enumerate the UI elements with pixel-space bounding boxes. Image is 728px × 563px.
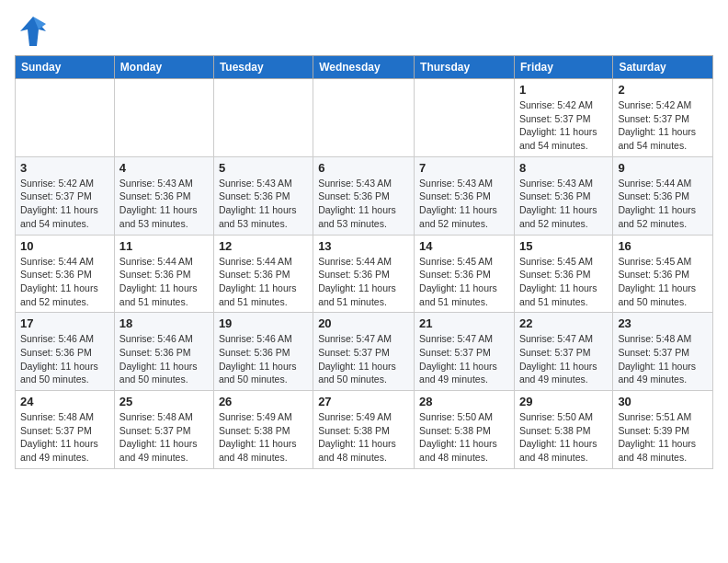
logo-bird-icon xyxy=(18,15,48,48)
calendar-cell xyxy=(415,79,515,157)
calendar-cell: 25Sunrise: 5:48 AM Sunset: 5:37 PM Dayli… xyxy=(114,391,213,469)
calendar-cell: 28Sunrise: 5:50 AM Sunset: 5:38 PM Dayli… xyxy=(415,391,515,469)
day-info: Sunrise: 5:46 AM Sunset: 5:36 PM Dayligh… xyxy=(20,332,109,386)
day-info: Sunrise: 5:47 AM Sunset: 5:37 PM Dayligh… xyxy=(419,332,509,386)
day-number: 14 xyxy=(419,239,509,253)
day-number: 5 xyxy=(219,161,308,175)
calendar-cell: 1Sunrise: 5:42 AM Sunset: 5:37 PM Daylig… xyxy=(514,79,612,157)
day-number: 28 xyxy=(419,395,509,408)
calendar-cell: 3Sunrise: 5:42 AM Sunset: 5:37 PM Daylig… xyxy=(16,156,115,235)
day-info: Sunrise: 5:44 AM Sunset: 5:36 PM Dayligh… xyxy=(20,255,109,309)
day-info: Sunrise: 5:49 AM Sunset: 5:38 PM Dayligh… xyxy=(318,410,409,465)
day-number: 19 xyxy=(219,316,308,330)
day-header-sunday: Sunday xyxy=(16,56,115,79)
day-info: Sunrise: 5:50 AM Sunset: 5:38 PM Dayligh… xyxy=(419,410,509,465)
svg-marker-0 xyxy=(20,17,46,46)
day-info: Sunrise: 5:44 AM Sunset: 5:36 PM Dayligh… xyxy=(219,255,308,309)
calendar-cell: 26Sunrise: 5:49 AM Sunset: 5:38 PM Dayli… xyxy=(213,391,313,469)
day-number: 21 xyxy=(419,316,509,330)
calendar-cell: 5Sunrise: 5:43 AM Sunset: 5:36 PM Daylig… xyxy=(213,156,313,235)
calendar-cell: 2Sunrise: 5:42 AM Sunset: 5:37 PM Daylig… xyxy=(613,79,713,157)
day-number: 12 xyxy=(219,239,308,253)
day-number: 11 xyxy=(119,239,209,253)
day-info: Sunrise: 5:51 AM Sunset: 5:39 PM Dayligh… xyxy=(618,410,708,465)
day-info: Sunrise: 5:48 AM Sunset: 5:37 PM Dayligh… xyxy=(119,410,209,465)
calendar-week-4: 17Sunrise: 5:46 AM Sunset: 5:36 PM Dayli… xyxy=(16,313,713,391)
day-info: Sunrise: 5:42 AM Sunset: 5:37 PM Dayligh… xyxy=(618,98,708,153)
day-info: Sunrise: 5:43 AM Sunset: 5:36 PM Dayligh… xyxy=(519,177,608,231)
calendar-cell: 7Sunrise: 5:43 AM Sunset: 5:36 PM Daylig… xyxy=(415,156,515,235)
day-number: 22 xyxy=(519,316,608,330)
day-number: 30 xyxy=(618,395,708,408)
day-info: Sunrise: 5:44 AM Sunset: 5:36 PM Dayligh… xyxy=(318,255,409,309)
day-number: 29 xyxy=(519,395,608,408)
calendar-cell: 4Sunrise: 5:43 AM Sunset: 5:36 PM Daylig… xyxy=(114,156,213,235)
calendar-cell: 16Sunrise: 5:45 AM Sunset: 5:36 PM Dayli… xyxy=(613,235,713,313)
calendar-cell: 22Sunrise: 5:47 AM Sunset: 5:37 PM Dayli… xyxy=(514,313,612,391)
day-info: Sunrise: 5:44 AM Sunset: 5:36 PM Dayligh… xyxy=(119,255,209,309)
day-info: Sunrise: 5:48 AM Sunset: 5:37 PM Dayligh… xyxy=(618,332,708,386)
day-number: 24 xyxy=(20,395,109,408)
calendar-cell: 29Sunrise: 5:50 AM Sunset: 5:38 PM Dayli… xyxy=(514,391,612,469)
day-info: Sunrise: 5:43 AM Sunset: 5:36 PM Dayligh… xyxy=(119,177,209,231)
day-info: Sunrise: 5:42 AM Sunset: 5:37 PM Dayligh… xyxy=(20,177,109,231)
day-info: Sunrise: 5:50 AM Sunset: 5:38 PM Dayligh… xyxy=(519,410,608,465)
day-header-wednesday: Wednesday xyxy=(313,56,415,79)
calendar-cell: 19Sunrise: 5:46 AM Sunset: 5:36 PM Dayli… xyxy=(213,313,313,391)
calendar-cell: 17Sunrise: 5:46 AM Sunset: 5:36 PM Dayli… xyxy=(16,313,115,391)
calendar-cell: 18Sunrise: 5:46 AM Sunset: 5:36 PM Dayli… xyxy=(114,313,213,391)
day-info: Sunrise: 5:44 AM Sunset: 5:36 PM Dayligh… xyxy=(618,177,708,231)
calendar-week-5: 24Sunrise: 5:48 AM Sunset: 5:37 PM Dayli… xyxy=(16,391,713,469)
calendar-cell xyxy=(16,79,115,157)
day-info: Sunrise: 5:47 AM Sunset: 5:37 PM Dayligh… xyxy=(318,332,409,386)
day-info: Sunrise: 5:47 AM Sunset: 5:37 PM Dayligh… xyxy=(519,332,608,386)
calendar-cell: 14Sunrise: 5:45 AM Sunset: 5:36 PM Dayli… xyxy=(415,235,515,313)
calendar-cell xyxy=(213,79,313,157)
day-info: Sunrise: 5:46 AM Sunset: 5:36 PM Dayligh… xyxy=(119,332,209,386)
day-number: 17 xyxy=(20,316,109,330)
day-info: Sunrise: 5:43 AM Sunset: 5:36 PM Dayligh… xyxy=(419,177,509,231)
day-number: 3 xyxy=(20,161,109,175)
day-number: 23 xyxy=(618,316,708,330)
calendar-cell: 10Sunrise: 5:44 AM Sunset: 5:36 PM Dayli… xyxy=(16,235,115,313)
day-header-thursday: Thursday xyxy=(415,56,515,79)
day-number: 20 xyxy=(318,316,409,330)
calendar-cell: 9Sunrise: 5:44 AM Sunset: 5:36 PM Daylig… xyxy=(613,156,713,235)
day-number: 2 xyxy=(618,83,708,97)
day-header-tuesday: Tuesday xyxy=(213,56,313,79)
day-header-friday: Friday xyxy=(514,56,612,79)
day-number: 9 xyxy=(618,161,708,175)
day-info: Sunrise: 5:43 AM Sunset: 5:36 PM Dayligh… xyxy=(318,177,409,231)
day-number: 26 xyxy=(219,395,308,408)
day-number: 15 xyxy=(519,239,608,253)
day-info: Sunrise: 5:45 AM Sunset: 5:36 PM Dayligh… xyxy=(618,255,708,309)
calendar-week-3: 10Sunrise: 5:44 AM Sunset: 5:36 PM Dayli… xyxy=(16,235,713,313)
day-info: Sunrise: 5:45 AM Sunset: 5:36 PM Dayligh… xyxy=(519,255,608,309)
day-number: 13 xyxy=(318,239,409,253)
calendar-cell: 8Sunrise: 5:43 AM Sunset: 5:36 PM Daylig… xyxy=(514,156,612,235)
day-number: 25 xyxy=(119,395,209,408)
day-number: 1 xyxy=(519,83,608,97)
calendar-cell: 6Sunrise: 5:43 AM Sunset: 5:36 PM Daylig… xyxy=(313,156,415,235)
day-header-monday: Monday xyxy=(114,56,213,79)
calendar-cell: 23Sunrise: 5:48 AM Sunset: 5:37 PM Dayli… xyxy=(613,313,713,391)
day-info: Sunrise: 5:48 AM Sunset: 5:37 PM Dayligh… xyxy=(20,410,109,465)
page-header xyxy=(15,15,713,48)
day-info: Sunrise: 5:45 AM Sunset: 5:36 PM Dayligh… xyxy=(419,255,509,309)
day-info: Sunrise: 5:43 AM Sunset: 5:36 PM Dayligh… xyxy=(219,177,308,231)
calendar-cell xyxy=(114,79,213,157)
calendar-table: SundayMondayTuesdayWednesdayThursdayFrid… xyxy=(15,55,713,469)
calendar-cell: 15Sunrise: 5:45 AM Sunset: 5:36 PM Dayli… xyxy=(514,235,612,313)
day-number: 8 xyxy=(519,161,608,175)
day-number: 7 xyxy=(419,161,509,175)
logo xyxy=(15,15,48,48)
day-number: 10 xyxy=(20,239,109,253)
calendar-cell: 12Sunrise: 5:44 AM Sunset: 5:36 PM Dayli… xyxy=(213,235,313,313)
day-number: 16 xyxy=(618,239,708,253)
calendar-cell: 20Sunrise: 5:47 AM Sunset: 5:37 PM Dayli… xyxy=(313,313,415,391)
calendar-week-2: 3Sunrise: 5:42 AM Sunset: 5:37 PM Daylig… xyxy=(16,156,713,235)
day-number: 6 xyxy=(318,161,409,175)
day-number: 4 xyxy=(119,161,209,175)
calendar-cell: 11Sunrise: 5:44 AM Sunset: 5:36 PM Dayli… xyxy=(114,235,213,313)
day-number: 18 xyxy=(119,316,209,330)
